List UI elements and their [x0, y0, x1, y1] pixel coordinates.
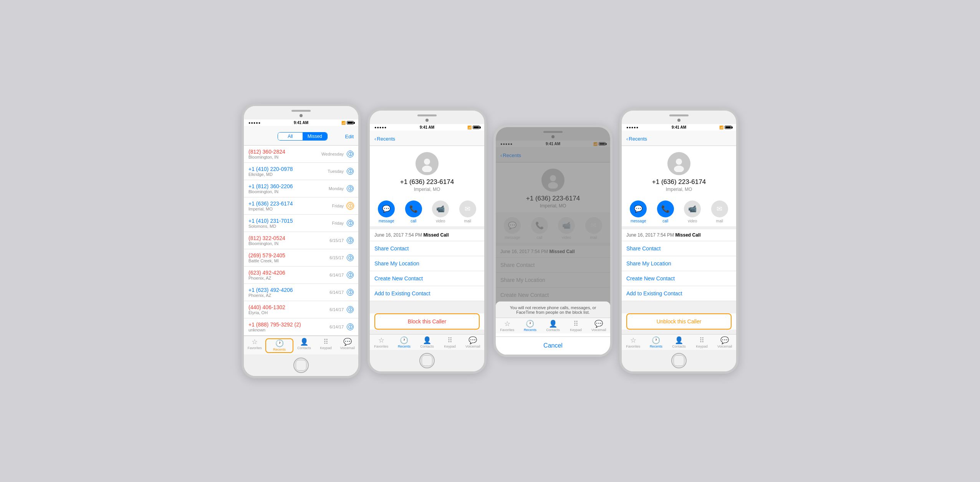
list-item-1-4[interactable]: +1 (636) 223-6174 Imperial, MO Friday ⓘ	[244, 197, 358, 215]
info-btn-1-9[interactable]: ⓘ	[347, 289, 354, 296]
tab-voicemail-4[interactable]: 💬 Voicemail	[713, 337, 736, 348]
action-message-4[interactable]: 💬 message	[627, 200, 649, 223]
info-btn-1-3[interactable]: ⓘ	[347, 185, 354, 192]
avatar-4	[667, 152, 690, 175]
tab-contacts-1[interactable]: 👤 Contacts	[293, 338, 315, 353]
info-btn-1-6[interactable]: ⓘ	[347, 237, 354, 244]
seg-all-1[interactable]: All	[278, 133, 303, 140]
link-share-location-4[interactable]: Share My Location	[622, 256, 736, 271]
call-circle-4: 📞	[657, 200, 674, 217]
tab-voicemail-3[interactable]: 💬 Voicemail	[587, 320, 610, 332]
list-item-1-9[interactable]: +1 (623) 492-4206 Phoenix, AZ 6/14/17 ⓘ	[244, 284, 358, 301]
list-item-1-11[interactable]: +1 (888) 795-3292 (2) unknown 6/14/17 ⓘ	[244, 318, 358, 336]
number-1-11: +1 (888) 795-3292 (2)	[248, 321, 329, 328]
tab-keypad-4[interactable]: ⠿ Keypad	[690, 337, 713, 348]
info-btn-1-5[interactable]: ⓘ	[347, 220, 354, 227]
info-btn-1-7[interactable]: ⓘ	[347, 254, 354, 261]
info-btn-1-2[interactable]: ⓘ	[347, 168, 354, 175]
contact-location-4: Imperial, MO	[666, 187, 692, 192]
info-btn-1-1[interactable]: ⓘ	[347, 151, 354, 157]
action-message-2[interactable]: 💬 message	[376, 200, 397, 223]
list-item-1-5[interactable]: +1 (410) 231-7015 Solomons, MD Friday ⓘ	[244, 215, 358, 232]
list-item-1-6[interactable]: (812) 322-0524 Bloomington, IN 6/15/17 ⓘ	[244, 232, 358, 249]
action-mail-2[interactable]: ✉ mail	[457, 200, 478, 223]
tab-favorites-3[interactable]: ☆ Favorites	[496, 320, 519, 332]
tab-recents-2[interactable]: 🕐 Recents	[393, 337, 416, 348]
phone-top-1	[244, 106, 358, 119]
info-btn-1-11[interactable]: ⓘ	[347, 323, 354, 330]
action-video-4[interactable]: 📹 video	[682, 200, 703, 223]
number-1-9: +1 (623) 492-4206	[248, 287, 329, 293]
date-1-3: Monday	[329, 186, 344, 191]
link-create-contact-2[interactable]: Create New Contact	[370, 271, 484, 286]
list-item-1-3[interactable]: +1 (812) 360-2206 Bloomington, IN Monday…	[244, 180, 358, 197]
con-icon-2: 👤	[423, 337, 431, 344]
home-button-2[interactable]	[419, 353, 435, 368]
rec-label-2: Recents	[398, 345, 411, 348]
tab-voicemail-1[interactable]: 💬 Voicemail	[337, 338, 358, 353]
con-icon-3: 👤	[549, 320, 557, 327]
info-btn-1-4[interactable]: ⓘ	[347, 202, 354, 209]
list-item-1-2[interactable]: +1 (410) 220-0978 Elkridge, MD Tuesday ⓘ	[244, 163, 358, 180]
action-call-2[interactable]: 📞 call	[403, 200, 424, 223]
home-button-1[interactable]	[293, 358, 309, 373]
info-btn-1-10[interactable]: ⓘ	[347, 306, 354, 313]
call-date-4: June 16, 2017	[626, 232, 656, 238]
action-sheet-message-3: You will not receive phone calls, messag…	[496, 301, 610, 319]
contact-header-2: +1 (636) 223-6174 Imperial, MO	[370, 146, 484, 196]
back-btn-2[interactable]: ‹ Recents	[374, 136, 395, 142]
action-call-4[interactable]: 📞 call	[655, 200, 676, 223]
info-btn-1-8[interactable]: ⓘ	[347, 272, 354, 278]
favorites-label-1: Favorites	[248, 346, 262, 350]
location-1-6: Bloomington, IN	[248, 241, 329, 246]
action-mail-4[interactable]: ✉ mail	[709, 200, 730, 223]
seg-control-1[interactable]: All Missed	[278, 132, 328, 141]
link-add-existing-2[interactable]: Add to Existing Contact	[370, 286, 484, 301]
mail-label-4: mail	[716, 219, 723, 223]
screen-1: ●●●●● 9:41 AM 📶 All Missed Edit (812) 36…	[244, 119, 358, 354]
list-item-1-10[interactable]: (440) 406-1302 Elyria, OH 6/14/17 ⓘ	[244, 301, 358, 318]
link-create-contact-4[interactable]: Create New Contact	[622, 271, 736, 286]
contact-number-2: +1 (636) 223-6174	[400, 178, 454, 186]
tab-favorites-4[interactable]: ☆ Favorites	[622, 337, 645, 348]
tab-recents-4[interactable]: 🕐 Recents	[645, 337, 668, 348]
tab-contacts-2[interactable]: 👤 Contacts	[416, 337, 439, 348]
call-label-4: call	[662, 219, 668, 223]
tab-bar-4: ☆ Favorites 🕐 Recents 👤 Contacts ⠿ Keypa…	[622, 334, 736, 350]
tab-keypad-1[interactable]: ⠿ Keypad	[315, 338, 336, 353]
number-1-8: (623) 492-4206	[248, 270, 329, 276]
nav-bar-4: ‹ Recents	[622, 131, 736, 146]
key-icon-3: ⠿	[573, 320, 578, 327]
link-share-contact-4[interactable]: Share Contact	[622, 241, 736, 256]
edit-btn-1[interactable]: Edit	[345, 134, 354, 139]
tab-keypad-2[interactable]: ⠿ Keypad	[439, 337, 462, 348]
list-item-1-7[interactable]: (269) 579-2405 Battle Creek, MI 6/15/17 …	[244, 249, 358, 267]
date-1-2: Tuesday	[328, 169, 344, 174]
nav-bar-1: All Missed Edit	[244, 126, 358, 146]
call-info-2: June 16, 2017 7:54 PM Missed Call Share …	[370, 229, 484, 301]
tab-contacts-4[interactable]: 👤 Contacts	[667, 337, 690, 348]
block-btn-2[interactable]: Block this Caller	[374, 313, 480, 330]
tab-keypad-3[interactable]: ⠿ Keypad	[564, 320, 588, 332]
link-share-contact-2[interactable]: Share Contact	[370, 241, 484, 256]
unblock-btn-4[interactable]: Unblock this Caller	[626, 313, 732, 330]
tab-recents-1[interactable]: 🕐 Recents	[265, 338, 293, 353]
action-video-2[interactable]: 📹 video	[430, 200, 451, 223]
tab-favorites-2[interactable]: ☆ Favorites	[370, 337, 393, 348]
list-item-1-1[interactable]: (812) 360-2824 Bloomington, IN Wednesday…	[244, 146, 358, 163]
tab-recents-3[interactable]: 🕐 Recents	[519, 320, 542, 332]
seg-missed-1[interactable]: Missed	[303, 133, 327, 140]
screen-4: ●●●●● 9:41 AM 📶 ‹ Recents +1 (636) 223-6…	[622, 124, 736, 350]
avatar-2	[416, 152, 439, 175]
home-button-4[interactable]	[671, 353, 687, 368]
tab-favorites-1[interactable]: ☆ Favorites	[244, 338, 265, 353]
number-1-4: +1 (636) 223-6174	[248, 200, 332, 207]
link-add-existing-4[interactable]: Add to Existing Contact	[622, 286, 736, 301]
tab-contacts-3[interactable]: 👤 Contacts	[541, 320, 564, 332]
phone-bottom-4	[622, 350, 736, 371]
list-item-1-8[interactable]: (623) 492-4206 Phoenix, AZ 6/14/17 ⓘ	[244, 267, 358, 284]
number-1-1: (812) 360-2824	[248, 149, 321, 155]
back-btn-4[interactable]: ‹ Recents	[626, 136, 647, 142]
tab-voicemail-2[interactable]: 💬 Voicemail	[461, 337, 484, 348]
link-share-location-2[interactable]: Share My Location	[370, 256, 484, 271]
